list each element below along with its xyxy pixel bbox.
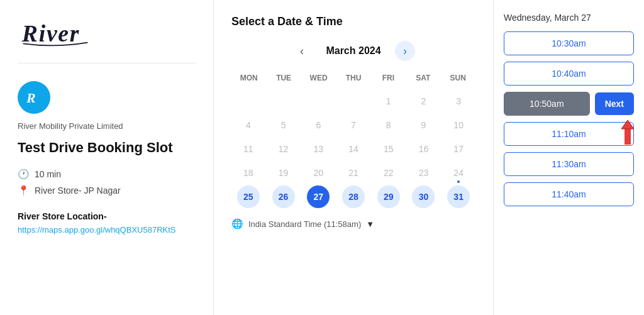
timeslot-button-1050[interactable]: 10:50am xyxy=(504,92,590,116)
timeslot-row-3: 11:10am xyxy=(504,122,634,146)
next-button[interactable]: Next xyxy=(595,92,634,115)
timeslot-row-1: 10:40am xyxy=(504,62,634,86)
location-label: River Store Location- xyxy=(18,211,196,221)
calendar-header: MON TUE WED THU FRI SAT SUN xyxy=(231,71,475,85)
cal-cell-28[interactable]: 28 xyxy=(342,185,365,208)
cal-cell-18: 18 xyxy=(237,162,260,184)
brand-name: River Mobility Private Limited xyxy=(18,121,196,131)
cal-cell-23: 23 xyxy=(412,162,435,184)
duration-label: 10 min xyxy=(35,169,61,179)
cal-cell-7: 7 xyxy=(342,114,365,136)
cal-cell-12: 12 xyxy=(272,138,295,160)
cal-cell-27[interactable]: 27 xyxy=(307,185,330,208)
timeslot-row-2: 10:50am Next xyxy=(504,92,634,116)
red-up-arrow-icon xyxy=(616,118,639,148)
cal-cell-empty xyxy=(237,90,260,113)
cal-cell-13: 13 xyxy=(307,138,330,160)
calendar-body: 1 2 3 4 5 6 7 8 9 10 11 12 13 14 15 16 1… xyxy=(231,90,475,208)
cal-cell-16: 16 xyxy=(412,138,435,160)
cal-cell-2: 2 xyxy=(412,90,435,113)
meta-info: 🕐 10 min 📍 River Store- JP Nagar xyxy=(18,169,196,196)
clock-icon: 🕐 xyxy=(18,169,30,180)
cal-header-mon: MON xyxy=(231,71,266,85)
cal-cell-3: 3 xyxy=(447,90,470,113)
timeslot-button-1140[interactable]: 11:40am xyxy=(504,182,634,206)
location-section: River Store Location- https://maps.app.g… xyxy=(18,211,196,235)
section-title: Select a Date & Time xyxy=(231,15,475,28)
cal-cell-21: 21 xyxy=(342,162,365,184)
calendar-section: Select a Date & Time ‹ March 2024 › MON … xyxy=(214,0,493,315)
cal-cell-30[interactable]: 30 xyxy=(412,185,435,208)
calendar-nav: ‹ March 2024 › xyxy=(231,41,475,61)
cal-cell-31[interactable]: 31 xyxy=(447,185,470,208)
cal-header-sun: SUN xyxy=(441,71,475,85)
cal-cell-empty xyxy=(342,90,365,113)
timeslot-panel: Wednesday, March 27 10:30am 10:40am 10:5… xyxy=(493,0,644,315)
timeslot-date: Wednesday, March 27 xyxy=(504,13,634,23)
timeslot-row-5: 11:40am xyxy=(504,182,634,206)
right-panel: Select a Date & Time ‹ March 2024 › MON … xyxy=(214,0,644,315)
cal-cell-9: 9 xyxy=(412,114,435,136)
cal-cell-10: 10 xyxy=(447,114,470,136)
cal-header-fri: FRI xyxy=(371,71,406,85)
cal-cell-26[interactable]: 26 xyxy=(272,185,295,208)
timeslot-row-4: 11:30am xyxy=(504,152,634,176)
brand-section: R River Mobility Private Limited Test Dr… xyxy=(18,81,196,235)
cal-cell-22: 22 xyxy=(377,162,400,184)
calendar-grid: MON TUE WED THU FRI SAT SUN 1 2 3 4 5 xyxy=(231,71,475,208)
red-arrow-annotation xyxy=(616,118,639,150)
timezone-section: 🌐 India Standard Time (11:58am) ▼ xyxy=(231,218,475,229)
cal-cell-20: 20 xyxy=(307,162,330,184)
service-title: Test Drive Booking Slot xyxy=(18,140,196,156)
cal-cell-15: 15 xyxy=(377,138,400,160)
cal-cell-19: 19 xyxy=(272,162,295,184)
brand-icon: R xyxy=(18,81,50,114)
cal-cell-4: 4 xyxy=(237,114,260,136)
timezone-dropdown-icon[interactable]: ▼ xyxy=(366,219,374,229)
timeslot-button-1110[interactable]: 11:10am xyxy=(504,122,634,146)
cal-cell-14: 14 xyxy=(342,138,365,160)
location-row: 📍 River Store- JP Nagar xyxy=(18,185,196,196)
duration-row: 🕐 10 min xyxy=(18,169,196,180)
cal-cell-29[interactable]: 29 xyxy=(377,185,400,208)
river-logo: River xyxy=(18,15,93,48)
cal-cell-empty xyxy=(272,90,295,113)
location-name: River Store- JP Nagar xyxy=(35,185,121,196)
cal-cell-1: 1 xyxy=(377,90,400,113)
timezone-label: India Standard Time (11:58am) xyxy=(248,219,361,229)
svg-text:R: R xyxy=(26,90,36,106)
cal-header-sat: SAT xyxy=(406,71,440,85)
cal-cell-17: 17 xyxy=(447,138,470,160)
cal-cell-empty xyxy=(307,90,330,113)
location-link[interactable]: https://maps.app.goo.gl/whqQBXU587RKtS xyxy=(18,225,175,235)
cal-cell-25[interactable]: 25 xyxy=(237,185,260,208)
logo-area: River xyxy=(18,15,196,64)
svg-marker-2 xyxy=(621,120,634,129)
svg-text:River: River xyxy=(21,20,80,47)
cal-header-thu: THU xyxy=(336,71,370,85)
brand-icon-svg: R xyxy=(24,87,44,108)
svg-rect-3 xyxy=(625,128,631,145)
cal-cell-5: 5 xyxy=(272,114,295,136)
timeslot-button-1040[interactable]: 10:40am xyxy=(504,62,634,86)
prev-month-button[interactable]: ‹ xyxy=(292,41,312,61)
left-panel: River R River Mobility Private Limited T… xyxy=(0,0,214,315)
cal-cell-11: 11 xyxy=(237,138,260,160)
cal-header-wed: WED xyxy=(301,71,336,85)
timeslot-button-1030[interactable]: 10:30am xyxy=(504,31,634,55)
timeslot-row-0: 10:30am xyxy=(504,31,634,55)
cal-cell-8: 8 xyxy=(377,114,400,136)
cal-cell-24: 24 xyxy=(447,162,470,184)
location-icon: 📍 xyxy=(18,185,30,196)
cal-header-tue: TUE xyxy=(266,71,301,85)
month-label: March 2024 xyxy=(322,45,385,57)
cal-cell-6: 6 xyxy=(307,114,330,136)
timeslot-button-1130[interactable]: 11:30am xyxy=(504,152,634,176)
timezone-icon: 🌐 xyxy=(231,218,243,229)
next-month-button[interactable]: › xyxy=(395,41,415,61)
